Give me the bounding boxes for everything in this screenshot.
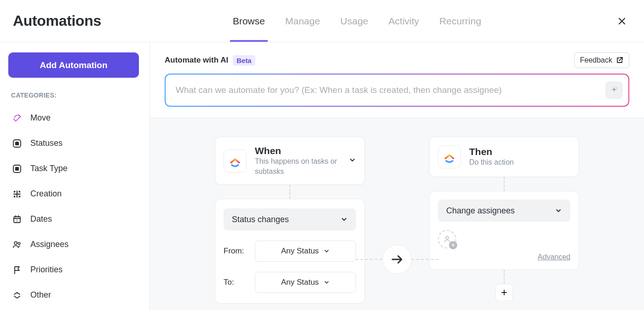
trigger-type-select[interactable]: Status changes bbox=[224, 208, 356, 230]
trigger-panel: Status changes From: Any Status To: bbox=[215, 199, 365, 304]
beta-badge: Beta bbox=[233, 55, 255, 66]
tab-manage[interactable]: Manage bbox=[285, 0, 320, 42]
ai-input[interactable] bbox=[176, 85, 605, 95]
creation-icon bbox=[12, 189, 22, 199]
chevron-down-icon bbox=[340, 216, 348, 223]
tab-recurring[interactable]: Recurring bbox=[439, 0, 481, 42]
sidebar-item-label: Statuses bbox=[30, 138, 63, 148]
close-button[interactable] bbox=[613, 12, 631, 30]
clickup-logo-icon bbox=[438, 145, 461, 168]
plus-icon bbox=[500, 289, 508, 296]
sidebar-item-priorities[interactable]: Priorities bbox=[8, 257, 141, 282]
sidebar-item-assignees[interactable]: Assignees bbox=[8, 232, 141, 257]
sidebar-item-other[interactable]: Other bbox=[8, 282, 141, 308]
arrow-right-icon bbox=[390, 253, 404, 266]
chevron-down-icon bbox=[323, 248, 330, 254]
sidebar-item-label: Assignees bbox=[30, 240, 69, 249]
flow-arrow bbox=[356, 245, 438, 274]
feedback-button[interactable]: Feedback bbox=[574, 52, 629, 68]
tab-activity[interactable]: Activity bbox=[389, 0, 420, 42]
add-automation-button[interactable]: Add Automation bbox=[8, 52, 139, 78]
svg-point-6 bbox=[14, 241, 17, 244]
sidebar-item-label: Task Type bbox=[30, 164, 68, 173]
tab-browse[interactable]: Browse bbox=[233, 0, 265, 42]
connector bbox=[504, 270, 505, 284]
chevron-down-icon bbox=[323, 279, 330, 286]
plus-icon: + bbox=[449, 241, 457, 249]
connector bbox=[289, 185, 290, 199]
when-title: When bbox=[255, 145, 340, 156]
assignees-icon bbox=[12, 240, 22, 250]
add-action-button[interactable] bbox=[495, 284, 513, 301]
from-label: From: bbox=[224, 247, 247, 256]
status-icon bbox=[12, 138, 22, 149]
sidebar-item-label: Dates bbox=[30, 214, 52, 224]
sidebar-item-creation[interactable]: Creation bbox=[8, 181, 141, 207]
action-type-select[interactable]: Change assignees bbox=[438, 200, 570, 222]
sidebar-item-statuses[interactable]: Statuses bbox=[8, 131, 141, 156]
sidebar-item-label: Creation bbox=[30, 189, 62, 199]
action-panel: Change assignees + Advanced bbox=[429, 191, 579, 270]
chevron-down-icon bbox=[349, 156, 356, 166]
close-icon bbox=[617, 17, 627, 26]
automation-canvas: When This happens on tasks or subtasks S… bbox=[150, 118, 644, 310]
tab-usage[interactable]: Usage bbox=[340, 0, 368, 42]
other-icon bbox=[12, 290, 22, 300]
sidebar-item-move[interactable]: Move bbox=[8, 105, 141, 131]
task-type-icon bbox=[12, 164, 22, 174]
from-status-select[interactable]: Any Status bbox=[255, 241, 356, 262]
sidebar-item-dates[interactable]: 1 Dates bbox=[8, 207, 141, 232]
svg-point-7 bbox=[18, 242, 20, 244]
ai-label: Automate with AI Beta bbox=[165, 55, 255, 66]
svg-text:1: 1 bbox=[16, 219, 18, 222]
chevron-down-icon bbox=[555, 207, 562, 214]
external-link-icon bbox=[616, 57, 623, 64]
sidebar-item-label: Move bbox=[30, 113, 51, 123]
to-status-select[interactable]: Any Status bbox=[255, 272, 356, 293]
then-title: Then bbox=[469, 146, 514, 157]
then-subtitle: Do this action bbox=[469, 157, 514, 167]
sidebar-item-label: Priorities bbox=[30, 265, 63, 275]
svg-rect-1 bbox=[15, 142, 19, 145]
add-assignee-button[interactable]: + bbox=[438, 230, 456, 248]
move-icon bbox=[12, 113, 22, 123]
sparkle-icon bbox=[610, 86, 618, 94]
advanced-link[interactable]: Advanced bbox=[438, 253, 570, 261]
page-title: Automations bbox=[13, 12, 101, 29]
then-card[interactable]: Then Do this action bbox=[429, 137, 579, 177]
ai-submit-button[interactable] bbox=[605, 81, 623, 99]
svg-point-8 bbox=[446, 236, 448, 239]
categories-heading: CATEGORIES: bbox=[8, 92, 141, 99]
sidebar: Add Automation CATEGORIES: Move Statuses… bbox=[0, 42, 150, 310]
clickup-logo-icon bbox=[224, 149, 247, 172]
connector bbox=[504, 177, 505, 191]
svg-rect-3 bbox=[15, 167, 19, 171]
ai-section: Automate with AI Beta Feedback bbox=[150, 42, 644, 118]
to-label: To: bbox=[224, 278, 247, 287]
sidebar-item-label: Other bbox=[30, 290, 51, 300]
dates-icon: 1 bbox=[12, 214, 22, 224]
sidebar-item-task-type[interactable]: Task Type bbox=[8, 156, 141, 181]
when-card[interactable]: When This happens on tasks or subtasks bbox=[215, 137, 365, 185]
when-subtitle: This happens on tasks or subtasks bbox=[255, 156, 340, 176]
priorities-icon bbox=[12, 265, 22, 275]
tabs: Browse Manage Usage Activity Recurring bbox=[101, 0, 613, 42]
